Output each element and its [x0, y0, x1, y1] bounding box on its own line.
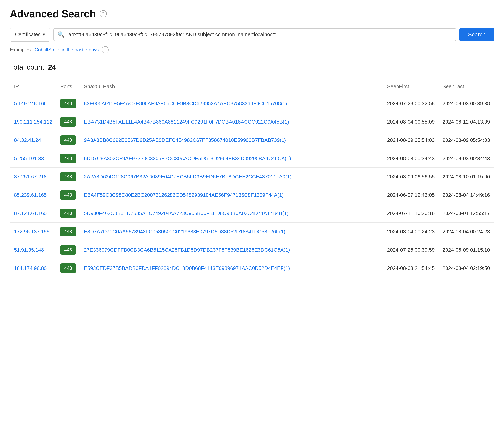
seen-last: 2024-08-12 04:13:39	[439, 113, 494, 131]
col-header-seen-first: SeenFirst	[383, 79, 438, 94]
table-row: 84.32.41.244439A3A3BB8C692E3567D9D25AE8D…	[10, 131, 494, 149]
ip-link[interactable]: 184.174.96.80	[14, 265, 47, 271]
table-row: 5.149.248.16644383E005A015E5F4AC7E806AF9…	[10, 94, 494, 113]
ip-link[interactable]: 5.255.101.33	[14, 155, 44, 161]
table-row: 184.174.96.80443E593CEDF37B5BADB0FDA1FF0…	[10, 259, 494, 278]
ip-link[interactable]: 172.96.137.155	[14, 229, 50, 234]
chevron-down-icon: ▾	[42, 32, 45, 38]
col-header-seen-last: SeenLast	[439, 79, 494, 94]
seen-last: 2024-08-04 00:24:23	[439, 223, 494, 241]
port-badge: 443	[60, 99, 76, 108]
table-row: 172.96.137.155443E8D7A7D71C0AA5673943FC0…	[10, 223, 494, 241]
search-button[interactable]: Search	[459, 28, 494, 41]
hash-link[interactable]: E593CEDF37B5BADB0FDA1FF02894DC18D0B68F41…	[84, 265, 290, 271]
seen-last: 2024-08-10 01:15:00	[439, 168, 494, 186]
seen-first: 2024-08-04 00:55:09	[383, 113, 438, 131]
hash-link[interactable]: 5D930F462C8B8ED2535AEC749204AA723C955B06…	[84, 210, 289, 216]
table-header-row: IP Ports Sha256 Hash SeenFirst SeenLast	[10, 79, 494, 94]
seen-last: 2024-08-03 00:34:43	[439, 149, 494, 168]
ip-link[interactable]: 190.211.254.112	[14, 119, 52, 125]
seen-first: 2024-07-11 16:26:16	[383, 204, 438, 223]
hash-link[interactable]: 9A3A3BB8C692E3567D9D25AE8DEFC454982C67FF…	[84, 137, 286, 143]
search-input-wrapper: 🔍	[53, 28, 456, 41]
hash-link[interactable]: 27E336079CDFFB0CB3CA6B8125CA25FB1D8D97DB…	[84, 247, 290, 253]
seen-first: 2024-08-03 21:54:45	[383, 259, 438, 278]
port-badge: 443	[60, 190, 76, 200]
seen-first: 2024-07-25 00:39:59	[383, 241, 438, 259]
ip-link[interactable]: 51.91.35.148	[14, 247, 44, 253]
total-count-value: 24	[48, 63, 56, 71]
seen-first: 2024-08-09 06:56:55	[383, 168, 438, 186]
page-header: Advanced Search ?	[10, 8, 494, 20]
port-badge: 443	[60, 135, 76, 145]
hash-link[interactable]: D5A4F59C3C98C80E2BC20072126286CD54829391…	[84, 192, 284, 198]
hash-link[interactable]: 2A2A8D624C128C067B32AD089E04C7ECB5FD9B9E…	[84, 174, 292, 180]
category-dropdown[interactable]: Certificates ▾	[10, 27, 50, 41]
table-row: 51.91.35.14844327E336079CDFFB0CB3CA6B812…	[10, 241, 494, 259]
port-badge: 443	[60, 264, 76, 273]
port-badge: 443	[60, 154, 76, 163]
hash-link[interactable]: EBA731D4B5FAE11E4A4B47B860A8811249FC9291…	[84, 119, 289, 125]
help-icon[interactable]: ?	[100, 10, 107, 17]
ip-link[interactable]: 84.32.41.24	[14, 137, 41, 143]
examples-prefix: Examples:	[10, 47, 32, 53]
seen-last: 2024-08-04 02:19:50	[439, 259, 494, 278]
seen-last: 2024-08-03 00:39:38	[439, 94, 494, 113]
port-badge: 443	[60, 172, 76, 181]
seen-first: 2024-08-09 05:54:03	[383, 131, 438, 149]
ip-link[interactable]: 87.121.61.160	[14, 210, 47, 216]
col-header-ip: IP	[10, 79, 56, 94]
ip-link[interactable]: 5.149.248.166	[14, 100, 47, 106]
col-header-hash: Sha256 Hash	[80, 79, 383, 94]
hash-link[interactable]: 6DD7C9A302CF9AE97330C3205E7CC30AACDE5D51…	[84, 155, 291, 161]
hash-link[interactable]: E8D7A7D71C0AA5673943FC0580501C0219683E07…	[84, 229, 285, 234]
table-row: 190.211.254.112443EBA731D4B5FAE11E4A4B47…	[10, 113, 494, 131]
total-count: Total count: 24	[10, 63, 494, 71]
port-badge: 443	[60, 245, 76, 255]
seen-last: 2024-08-01 12:55:17	[439, 204, 494, 223]
seen-first: 2024-06-27 12:46:05	[383, 186, 438, 204]
ip-link[interactable]: 85.239.61.165	[14, 192, 47, 198]
hash-link[interactable]: 83E005A015E5F4AC7E806AF9AF65CCE9B3CD6299…	[84, 100, 287, 106]
port-badge: 443	[60, 227, 76, 236]
examples-link[interactable]: CobaltStrike in the past 7 days	[35, 47, 99, 53]
seen-first: 2024-08-04 00:24:23	[383, 223, 438, 241]
search-bar: Certificates ▾ 🔍 Search	[10, 27, 494, 41]
port-badge: 443	[60, 117, 76, 126]
table-row: 85.239.61.165443D5A4F59C3C98C80E2BC20072…	[10, 186, 494, 204]
port-badge: 443	[60, 209, 76, 218]
col-header-ports: Ports	[56, 79, 80, 94]
seen-first: 2024-08-03 00:34:43	[383, 149, 438, 168]
ip-link[interactable]: 87.251.67.218	[14, 174, 47, 180]
category-label: Certificates	[15, 32, 40, 38]
search-input[interactable]	[67, 32, 452, 38]
table-row: 5.255.101.334436DD7C9A302CF9AE97330C3205…	[10, 149, 494, 168]
seen-last: 2024-08-04 14:49:16	[439, 186, 494, 204]
results-table: IP Ports Sha256 Hash SeenFirst SeenLast …	[10, 79, 494, 278]
table-row: 87.251.67.2184432A2A8D624C128C067B32AD08…	[10, 168, 494, 186]
more-examples-button[interactable]: ···	[101, 46, 109, 53]
page-title: Advanced Search	[10, 8, 96, 20]
search-icon: 🔍	[58, 31, 65, 38]
examples-row: Examples: CobaltStrike in the past 7 day…	[10, 46, 494, 53]
seen-last: 2024-08-09 01:15:10	[439, 241, 494, 259]
table-row: 87.121.61.1604435D930F462C8B8ED2535AEC74…	[10, 204, 494, 223]
seen-last: 2024-08-09 05:54:03	[439, 131, 494, 149]
seen-first: 2024-07-28 00:32:58	[383, 94, 438, 113]
